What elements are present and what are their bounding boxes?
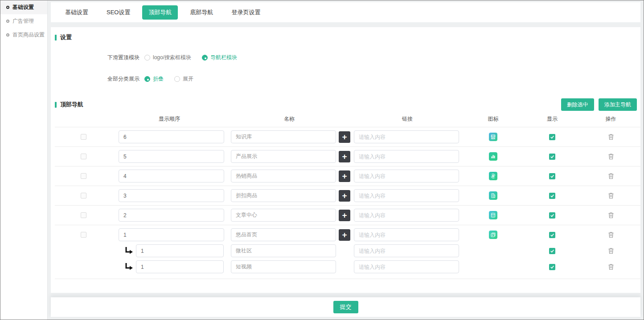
delete-row-icon[interactable] xyxy=(608,153,614,160)
sidebar-item-label: 广告管理 xyxy=(12,17,34,25)
sidebar-item-basic-settings[interactable]: 基础设置 xyxy=(0,0,47,14)
name-input[interactable] xyxy=(231,209,336,222)
delete-row-icon[interactable] xyxy=(608,134,614,140)
delete-row-icon[interactable] xyxy=(608,173,614,179)
link-input[interactable] xyxy=(354,150,459,163)
add-child-nav-button[interactable]: + xyxy=(339,170,350,182)
form-row-top-module: 下滑置顶模块 logo/搜索框模块 导航栏模块 xyxy=(105,51,640,64)
add-child-nav-button[interactable]: + xyxy=(339,210,350,221)
add-child-nav-button[interactable]: + xyxy=(339,190,350,202)
link-input[interactable] xyxy=(354,130,459,143)
radio-icon xyxy=(144,76,150,82)
content-panel: 设置 下滑置顶模块 logo/搜索框模块 导航栏模块 全部分类展示 xyxy=(51,27,640,293)
building-icon[interactable] xyxy=(489,191,497,200)
table-row: + xyxy=(55,186,640,205)
delete-row-icon[interactable] xyxy=(608,231,614,238)
visible-checkbox[interactable] xyxy=(549,134,555,140)
order-input[interactable] xyxy=(119,170,224,182)
tab-bottom-navigation[interactable]: 底部导航 xyxy=(184,5,219,20)
order-input[interactable] xyxy=(119,209,224,222)
submit-button[interactable]: 提交 xyxy=(333,301,358,313)
sidebar: 基础设置 广告管理 首页商品设置 xyxy=(0,0,48,320)
visible-checkbox[interactable] xyxy=(549,232,555,238)
radio-collapse[interactable]: 折叠 xyxy=(144,75,164,83)
child-link-input[interactable] xyxy=(354,260,459,273)
child-branch-arrow-icon xyxy=(124,263,133,271)
name-input[interactable] xyxy=(231,228,336,241)
add-child-nav-button[interactable]: + xyxy=(339,131,350,143)
top-nav-section-header: 顶部导航 删除选中 添加主导航 xyxy=(55,98,640,111)
table-header: 显示顺序 名称 链接 图标 显示 操作 xyxy=(55,111,640,127)
header-link: 链接 xyxy=(352,115,463,123)
child-name-input[interactable] xyxy=(231,244,336,257)
name-input[interactable] xyxy=(231,189,336,202)
header-display-order: 显示顺序 xyxy=(112,115,227,123)
visible-checkbox[interactable] xyxy=(549,154,555,160)
row-select-checkbox[interactable] xyxy=(81,154,86,159)
radio-expand[interactable]: 展开 xyxy=(174,75,193,83)
delete-row-icon[interactable] xyxy=(608,263,614,270)
sidebar-item-ad-management[interactable]: 广告管理 xyxy=(0,14,47,28)
sidebar-item-home-goods[interactable]: 首页商品设置 xyxy=(0,28,47,42)
name-input[interactable] xyxy=(231,150,336,163)
row-select-checkbox[interactable] xyxy=(81,134,86,140)
row-select-checkbox[interactable] xyxy=(81,232,86,238)
delete-row-icon[interactable] xyxy=(608,192,614,199)
row-select-checkbox[interactable] xyxy=(81,212,86,218)
top-nav-section-title: 顶部导航 xyxy=(55,101,83,109)
delete-selected-button[interactable]: 删除选中 xyxy=(561,98,594,111)
order-input[interactable] xyxy=(119,150,224,163)
order-input[interactable] xyxy=(119,130,224,143)
tab-login-page-settings[interactable]: 登录页设置 xyxy=(225,5,267,20)
order-input[interactable] xyxy=(119,189,224,202)
title-bar-accent xyxy=(55,35,57,41)
form-label: 全部分类展示 xyxy=(105,75,139,83)
visible-checkbox[interactable] xyxy=(549,173,555,179)
radio-circle-icon xyxy=(6,20,9,23)
child-order-input[interactable] xyxy=(136,260,224,273)
add-child-nav-button[interactable]: + xyxy=(339,151,350,162)
tab-top-navigation[interactable]: 顶部导航 xyxy=(142,5,178,20)
tab-basic-settings[interactable]: 基础设置 xyxy=(59,5,94,20)
link-input[interactable] xyxy=(354,189,459,202)
link-input[interactable] xyxy=(354,228,459,241)
sidebar-item-label: 首页商品设置 xyxy=(12,31,45,39)
add-main-nav-button[interactable]: 添加主导航 xyxy=(599,98,637,111)
calculator-icon[interactable] xyxy=(489,211,497,219)
visible-checkbox[interactable] xyxy=(549,248,555,254)
pages-icon[interactable] xyxy=(489,231,497,239)
delete-row-icon[interactable] xyxy=(608,212,614,219)
table-row: + xyxy=(55,146,640,166)
radio-circle-icon xyxy=(6,33,9,36)
child-link-input[interactable] xyxy=(354,244,459,257)
radio-navbar-module[interactable]: 导航栏模块 xyxy=(202,54,237,61)
child-name-input[interactable] xyxy=(231,260,336,273)
form-row-category-display: 全部分类展示 折叠 展开 xyxy=(105,73,640,85)
title-bar-accent xyxy=(55,102,57,108)
visible-checkbox[interactable] xyxy=(549,193,555,199)
sync-globe-icon[interactable] xyxy=(489,172,497,180)
header-visible: 显示 xyxy=(523,115,581,123)
storefront-icon[interactable] xyxy=(489,133,497,141)
visible-checkbox[interactable] xyxy=(549,212,555,219)
name-input[interactable] xyxy=(231,170,336,182)
tab-seo-settings[interactable]: SEO设置 xyxy=(100,5,136,20)
link-input[interactable] xyxy=(354,170,459,182)
visible-checkbox[interactable] xyxy=(549,264,555,270)
row-select-checkbox[interactable] xyxy=(81,173,86,179)
table-row: + xyxy=(55,205,640,225)
form-label: 下滑置顶模块 xyxy=(105,54,139,61)
child-order-input[interactable] xyxy=(136,244,224,257)
order-input[interactable] xyxy=(119,228,224,241)
row-select-checkbox[interactable] xyxy=(81,193,86,198)
main-area: 基础设置 SEO设置 顶部导航 底部导航 登录页设置 设置 下滑置顶模块 log… xyxy=(48,0,644,320)
radio-logo-search-module[interactable]: logo/搜索框模块 xyxy=(144,54,191,61)
bar-chart-icon[interactable] xyxy=(489,152,497,161)
radio-icon xyxy=(144,55,150,61)
delete-row-icon[interactable] xyxy=(608,247,614,254)
header-icon: 图标 xyxy=(463,115,523,123)
name-input[interactable] xyxy=(231,130,336,143)
link-input[interactable] xyxy=(354,209,459,222)
add-child-nav-button[interactable]: + xyxy=(339,229,350,241)
table-subrow xyxy=(55,260,640,273)
